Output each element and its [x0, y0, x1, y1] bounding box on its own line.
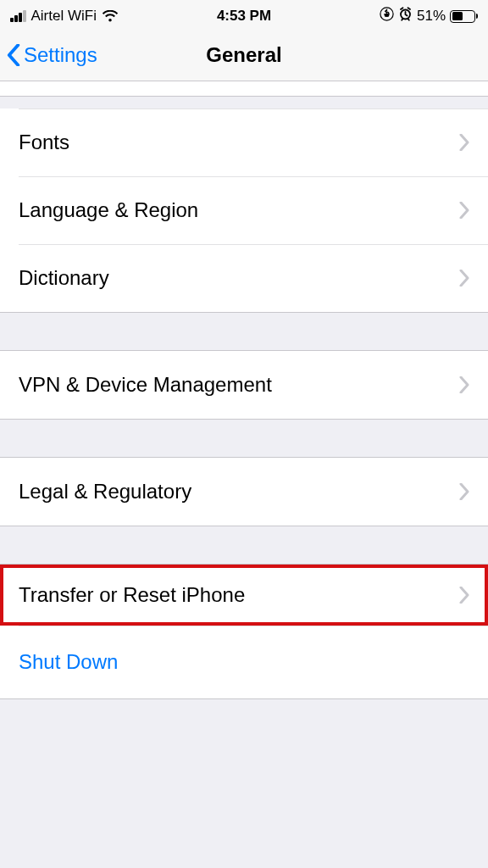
row-label: Fonts	[19, 131, 69, 154]
status-bar: Airtel WiFi 4:53 PM 51%	[0, 0, 488, 29]
status-right: 51%	[380, 7, 478, 25]
battery-icon	[450, 10, 478, 23]
group-spacer	[0, 420, 488, 457]
page-title: General	[206, 43, 281, 67]
row-label: VPN & Device Management	[19, 373, 272, 397]
row-label: Dictionary	[19, 266, 109, 290]
row-label: Shut Down	[19, 650, 118, 674]
row-label: Legal & Regulatory	[19, 480, 191, 504]
row-label: Transfer or Reset iPhone	[19, 583, 245, 607]
settings-group-2: VPN & Device Management	[0, 350, 488, 420]
wifi-icon	[102, 10, 119, 23]
chevron-right-icon	[459, 587, 469, 604]
group-spacer	[0, 526, 488, 564]
settings-group-4: Transfer or Reset iPhone Shut Down	[0, 564, 488, 699]
settings-group-1: Fonts Language & Region Dictionary	[0, 108, 488, 313]
battery-percent: 51%	[417, 8, 446, 25]
alarm-icon	[398, 7, 413, 25]
chevron-right-icon	[459, 376, 469, 393]
svg-rect-1	[385, 14, 389, 17]
row-dictionary[interactable]: Dictionary	[0, 244, 488, 312]
clock: 4:53 PM	[217, 8, 271, 25]
truncated-group	[0, 81, 488, 97]
row-transfer-reset-iphone[interactable]: Transfer or Reset iPhone	[0, 565, 488, 626]
chevron-right-icon	[459, 270, 469, 287]
settings-group-3: Legal & Regulatory	[0, 457, 488, 526]
row-label: Language & Region	[19, 198, 198, 222]
chevron-right-icon	[459, 134, 469, 151]
status-left: Airtel WiFi	[10, 8, 119, 25]
navigation-bar: Settings General	[0, 29, 488, 81]
orientation-lock-icon	[380, 7, 394, 25]
row-language-region[interactable]: Language & Region	[0, 176, 488, 244]
back-label: Settings	[24, 43, 97, 67]
cellular-signal-icon	[10, 10, 26, 22]
chevron-right-icon	[459, 202, 469, 219]
carrier-label: Airtel WiFi	[31, 8, 97, 25]
chevron-left-icon	[7, 44, 20, 66]
row-fonts[interactable]: Fonts	[0, 108, 488, 176]
group-spacer	[0, 313, 488, 350]
row-legal-regulatory[interactable]: Legal & Regulatory	[0, 458, 488, 526]
bottom-spacer	[0, 699, 488, 725]
settings-content[interactable]: Fonts Language & Region Dictionary VPN &…	[0, 81, 488, 868]
row-vpn-device-management[interactable]: VPN & Device Management	[0, 351, 488, 419]
chevron-right-icon	[459, 483, 469, 500]
back-button[interactable]: Settings	[7, 43, 97, 67]
row-shut-down[interactable]: Shut Down	[0, 626, 488, 698]
